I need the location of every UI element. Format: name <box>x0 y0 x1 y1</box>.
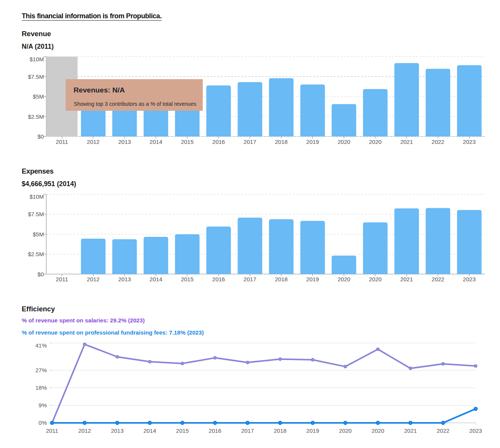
svg-text:2020: 2020 <box>369 276 382 282</box>
svg-text:2023: 2023 <box>463 276 476 282</box>
svg-text:2022: 2022 <box>437 427 449 434</box>
svg-text:18%: 18% <box>35 384 47 391</box>
svg-text:2020: 2020 <box>339 427 352 434</box>
svg-text:2013: 2013 <box>118 276 131 282</box>
svg-text:2015: 2015 <box>181 139 193 145</box>
svg-text:2016: 2016 <box>212 139 225 145</box>
svg-text:2015: 2015 <box>176 427 189 434</box>
svg-text:2022: 2022 <box>432 276 444 282</box>
svg-text:Revenues: N/A: Revenues: N/A <box>73 86 125 94</box>
svg-text:2013: 2013 <box>118 139 131 145</box>
svg-text:9%: 9% <box>38 402 47 408</box>
svg-text:Showing top 3 contributors as: Showing top 3 contributors as a % of tot… <box>74 101 196 107</box>
svg-text:$5M: $5M <box>33 231 44 238</box>
svg-text:2014: 2014 <box>150 139 162 145</box>
svg-text:2020: 2020 <box>371 427 384 434</box>
svg-text:2017: 2017 <box>241 427 254 434</box>
svg-text:$0: $0 <box>38 133 44 140</box>
svg-text:2019: 2019 <box>306 139 319 145</box>
svg-text:$10M: $10M <box>30 56 44 62</box>
svg-text:2014: 2014 <box>143 427 156 434</box>
svg-text:2011: 2011 <box>56 276 68 282</box>
svg-text:2020: 2020 <box>338 139 350 145</box>
svg-text:2017: 2017 <box>244 139 256 145</box>
svg-text:2021: 2021 <box>404 427 417 434</box>
svg-text:2012: 2012 <box>78 427 91 434</box>
svg-text:2017: 2017 <box>244 276 256 282</box>
svg-text:2015: 2015 <box>181 276 193 282</box>
svg-text:2016: 2016 <box>209 427 221 434</box>
svg-text:27%: 27% <box>35 367 47 373</box>
svg-text:2013: 2013 <box>111 427 123 434</box>
svg-text:2018: 2018 <box>274 427 287 434</box>
svg-text:2016: 2016 <box>212 276 225 282</box>
svg-text:2012: 2012 <box>87 276 99 282</box>
svg-text:2018: 2018 <box>275 139 288 145</box>
svg-text:$2.5M: $2.5M <box>28 113 44 120</box>
svg-text:2023: 2023 <box>469 427 482 434</box>
svg-text:2021: 2021 <box>400 276 413 282</box>
svg-text:0%: 0% <box>38 419 47 426</box>
svg-text:2018: 2018 <box>275 276 288 282</box>
svg-text:$0: $0 <box>38 271 44 277</box>
svg-text:2012: 2012 <box>87 139 99 145</box>
svg-text:$7.5M: $7.5M <box>28 73 44 80</box>
svg-text:2014: 2014 <box>150 276 162 282</box>
svg-text:2020: 2020 <box>369 139 382 145</box>
svg-text:2020: 2020 <box>338 276 350 282</box>
svg-text:2023: 2023 <box>463 139 476 145</box>
svg-text:$10M: $10M <box>30 193 44 200</box>
svg-text:41%: 41% <box>35 342 47 349</box>
svg-text:2022: 2022 <box>432 139 444 145</box>
svg-text:2011: 2011 <box>46 427 58 434</box>
svg-text:2019: 2019 <box>306 427 319 434</box>
svg-text:$7.5M: $7.5M <box>28 211 44 217</box>
svg-text:$5M: $5M <box>33 93 44 100</box>
svg-text:$2.5M: $2.5M <box>28 251 44 257</box>
svg-text:2021: 2021 <box>400 139 413 145</box>
svg-text:2019: 2019 <box>306 276 319 282</box>
svg-text:2011: 2011 <box>56 139 68 145</box>
